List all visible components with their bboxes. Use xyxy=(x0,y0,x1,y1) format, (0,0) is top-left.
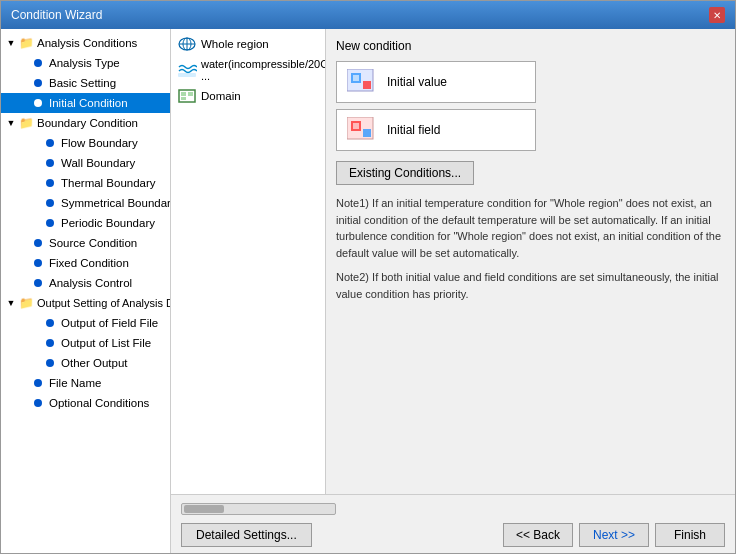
middle-item-domain[interactable]: Domain xyxy=(171,85,325,107)
finish-button[interactable]: Finish xyxy=(655,523,725,547)
folder-icon: 📁 xyxy=(18,35,34,51)
next-button[interactable]: Next >> xyxy=(579,523,649,547)
wave-icon xyxy=(177,62,197,78)
tree-label: Output of Field File xyxy=(61,317,158,329)
expand-spacer xyxy=(29,317,41,329)
tree-label: Fixed Condition xyxy=(49,257,129,269)
initial-value-label: Initial value xyxy=(387,75,447,89)
svg-rect-11 xyxy=(363,81,371,89)
left-tree-panel: ▼ 📁 Analysis Conditions Analysis Type Ba… xyxy=(1,29,171,553)
tree-label: Output Setting of Analysis Data xyxy=(37,297,171,309)
tree-label: Analysis Conditions xyxy=(37,37,137,49)
dot-icon xyxy=(30,75,46,91)
dot-icon xyxy=(30,275,46,291)
initial-value-button[interactable]: Initial value xyxy=(336,61,536,103)
expand-spacer xyxy=(29,157,41,169)
dot-icon xyxy=(30,255,46,271)
tree-item-symmetrical-boundary[interactable]: Symmetrical Boundary xyxy=(1,193,170,213)
right-panel: Whole region water(incompressible/20C) .… xyxy=(171,29,735,553)
tree-label: Optional Conditions xyxy=(49,397,149,409)
tree-item-output-setting[interactable]: ▼ 📁 Output Setting of Analysis Data xyxy=(1,293,170,313)
tree-label: File Name xyxy=(49,377,101,389)
close-button[interactable]: ✕ xyxy=(709,7,725,23)
dot-icon xyxy=(30,375,46,391)
middle-item-label: Domain xyxy=(201,90,241,102)
folder-icon: 📁 xyxy=(18,115,34,131)
initial-field-button[interactable]: Initial field xyxy=(336,109,536,151)
tree-item-basic-setting[interactable]: Basic Setting xyxy=(1,73,170,93)
window-title: Condition Wizard xyxy=(11,8,102,22)
tree-item-analysis-conditions[interactable]: ▼ 📁 Analysis Conditions xyxy=(1,33,170,53)
dot-icon xyxy=(30,95,46,111)
horizontal-scrollbar[interactable] xyxy=(181,503,336,515)
tree-label: Flow Boundary xyxy=(61,137,138,149)
content-area: ▼ 📁 Analysis Conditions Analysis Type Ba… xyxy=(1,29,735,553)
bottom-buttons: Detailed Settings... << Back Next >> Fin… xyxy=(181,523,725,547)
expand-icon: ▼ xyxy=(5,37,17,49)
note1: Note1) If an initial temperature conditi… xyxy=(336,195,725,261)
tree-item-initial-condition[interactable]: Initial Condition xyxy=(1,93,170,113)
dot-icon xyxy=(42,155,58,171)
dot-icon xyxy=(42,195,58,211)
new-condition-label: New condition xyxy=(336,39,725,53)
expand-spacer xyxy=(17,397,29,409)
tree-item-output-field[interactable]: Output of Field File xyxy=(1,313,170,333)
tree-label: Source Condition xyxy=(49,237,137,249)
tree-label: Analysis Control xyxy=(49,277,132,289)
dot-icon xyxy=(42,175,58,191)
globe-icon xyxy=(177,36,197,52)
svg-rect-6 xyxy=(181,92,186,96)
dot-icon xyxy=(30,395,46,411)
tree-item-analysis-type[interactable]: Analysis Type xyxy=(1,53,170,73)
tree-item-analysis-control[interactable]: Analysis Control xyxy=(1,273,170,293)
tree-label: Thermal Boundary xyxy=(61,177,156,189)
middle-item-whole-region[interactable]: Whole region xyxy=(171,33,325,55)
middle-item-label: Whole region xyxy=(201,38,269,50)
tree-item-optional-conditions[interactable]: Optional Conditions xyxy=(1,393,170,413)
dot-icon xyxy=(42,355,58,371)
tree-item-thermal-boundary[interactable]: Thermal Boundary xyxy=(1,173,170,193)
middle-panel: Whole region water(incompressible/20C) .… xyxy=(171,29,326,494)
tree-item-periodic-boundary[interactable]: Periodic Boundary xyxy=(1,213,170,233)
expand-spacer xyxy=(17,377,29,389)
bottom-left-buttons: Detailed Settings... xyxy=(181,523,312,547)
back-button[interactable]: << Back xyxy=(503,523,573,547)
tree-label: Initial Condition xyxy=(49,97,128,109)
top-section: Whole region water(incompressible/20C) .… xyxy=(171,29,735,494)
main-panel: New condition Initial value xyxy=(326,29,735,494)
tree-item-fixed-condition[interactable]: Fixed Condition xyxy=(1,253,170,273)
tree-item-file-name[interactable]: File Name xyxy=(1,373,170,393)
dot-icon xyxy=(42,315,58,331)
existing-conditions-button[interactable]: Existing Conditions... xyxy=(336,161,474,185)
svg-rect-7 xyxy=(188,92,193,96)
tree-label: Other Output xyxy=(61,357,127,369)
scrollbar-thumb xyxy=(184,505,224,513)
tree-item-other-output[interactable]: Other Output xyxy=(1,353,170,373)
tree-item-flow-boundary[interactable]: Flow Boundary xyxy=(1,133,170,153)
expand-icon: ▼ xyxy=(5,117,17,129)
middle-item-water[interactable]: water(incompressible/20C) ... xyxy=(171,55,325,85)
expand-spacer xyxy=(17,237,29,249)
svg-rect-8 xyxy=(181,97,186,100)
tree-item-source-condition[interactable]: Source Condition xyxy=(1,233,170,253)
tree-item-output-list[interactable]: Output of List File xyxy=(1,333,170,353)
tree-item-boundary-condition[interactable]: ▼ 📁 Boundary Condition xyxy=(1,113,170,133)
condition-wizard-window: Condition Wizard ✕ ▼ 📁 Analysis Conditio… xyxy=(0,0,736,554)
bottom-bar: Detailed Settings... << Back Next >> Fin… xyxy=(171,494,735,553)
svg-rect-12 xyxy=(353,75,359,81)
expand-spacer xyxy=(17,77,29,89)
tree-item-wall-boundary[interactable]: Wall Boundary xyxy=(1,153,170,173)
scrollbar-row xyxy=(181,501,725,517)
initial-value-icon xyxy=(347,68,379,96)
expand-spacer xyxy=(29,217,41,229)
tree-label: Symmetrical Boundary xyxy=(61,197,171,209)
tree-label: Boundary Condition xyxy=(37,117,138,129)
svg-rect-15 xyxy=(363,129,371,137)
detailed-settings-button[interactable]: Detailed Settings... xyxy=(181,523,312,547)
expand-spacer xyxy=(17,277,29,289)
dot-icon xyxy=(30,55,46,71)
expand-spacer xyxy=(29,357,41,369)
tree-label: Periodic Boundary xyxy=(61,217,155,229)
dot-icon xyxy=(42,135,58,151)
svg-rect-4 xyxy=(178,73,196,77)
